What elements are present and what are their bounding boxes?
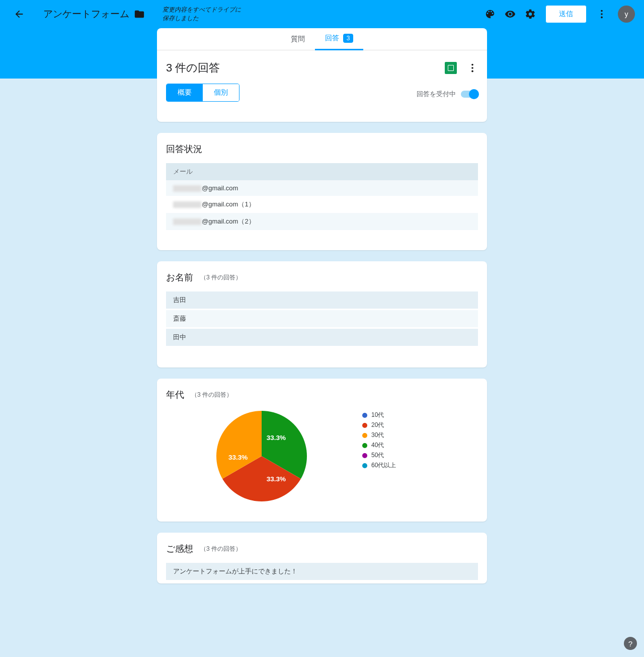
app-header: アンケートフォーム 変更内容をすべてドライブに 保存しました 送信 y: [0, 0, 644, 28]
status-row-text: @gmail.com（1）: [202, 200, 255, 208]
feedback-row: アンケートフォームが上手にできました！: [166, 563, 478, 580]
legend-item: 20代: [362, 421, 396, 429]
age-pie-chart: 33.3% 33.3% 33.3%: [216, 411, 307, 501]
palette-icon[interactable]: [485, 9, 496, 20]
back-icon[interactable]: [14, 9, 25, 20]
feedback-card: ご感想 （3 件の回答） アンケートフォームが上手にできました！: [157, 533, 487, 583]
svg-point-4: [471, 67, 473, 69]
response-status-card: 回答状況 メール @gmail.com @gmail.com（1） @gmail…: [157, 133, 487, 250]
view-segmented: 概要 個別: [166, 84, 239, 102]
more-header-icon[interactable]: [596, 9, 607, 20]
svg-point-1: [601, 13, 603, 15]
name-sub: （3 件の回答）: [200, 273, 242, 282]
feedback-sub: （3 件の回答）: [200, 545, 242, 553]
pie-label-20s: 33.3%: [267, 475, 286, 483]
tab-questions[interactable]: 質問: [281, 28, 315, 50]
legend-label: 40代: [371, 441, 384, 450]
status-row-text: @gmail.com（2）: [202, 217, 255, 225]
avatar-letter: y: [625, 10, 628, 18]
age-card: 年代 （3 件の回答） 33.3% 33.3% 33.3% 10代 20代 30…: [157, 379, 487, 522]
svg-point-5: [471, 70, 473, 72]
responses-header-card: 3 件の回答 概要 個別 回答を受付中: [157, 50, 487, 122]
status-row: @gmail.com: [166, 180, 478, 196]
name-row: 田中: [166, 329, 478, 346]
name-heading: お名前: [166, 271, 193, 283]
responses-more-icon[interactable]: [467, 62, 478, 74]
svg-point-2: [601, 17, 603, 19]
svg-point-3: [471, 64, 473, 66]
status-row: @gmail.com（2）: [166, 213, 478, 230]
tab-responses[interactable]: 回答 3: [315, 28, 364, 50]
view-summary-button[interactable]: 概要: [167, 84, 203, 101]
responses-title: 3 件の回答: [166, 60, 445, 76]
save-status-l2: 保存しました: [163, 15, 199, 22]
feedback-heading: ご感想: [166, 543, 193, 555]
legend-item: 40代: [362, 441, 396, 450]
view-individual-button[interactable]: 個別: [203, 84, 239, 101]
name-row: 吉田: [166, 291, 478, 309]
save-status: 変更内容をすべてドライブに 保存しました: [163, 6, 241, 23]
status-row-text: @gmail.com: [202, 184, 238, 192]
name-row: 斎藤: [166, 310, 478, 327]
legend-item: 50代: [362, 451, 396, 460]
accepting-toggle[interactable]: [461, 91, 478, 98]
legend-label: 30代: [371, 431, 384, 440]
status-col-email: メール: [166, 163, 478, 180]
legend-item: 60代以上: [362, 461, 396, 470]
legend-item: 10代: [362, 411, 396, 419]
form-tabs: 質問 回答 3: [157, 28, 487, 50]
legend-label: 60代以上: [371, 461, 396, 470]
svg-point-0: [601, 10, 603, 12]
account-avatar[interactable]: y: [618, 6, 635, 23]
legend-label: 20代: [371, 421, 384, 429]
form-title[interactable]: アンケートフォーム: [43, 8, 129, 21]
status-row: @gmail.com（1）: [166, 196, 478, 213]
tab-responses-label: 回答: [325, 34, 339, 43]
age-sub: （3 件の回答）: [191, 391, 232, 399]
pie-label-30s: 33.3%: [228, 454, 248, 461]
tab-questions-label: 質問: [291, 35, 305, 44]
status-heading: 回答状況: [166, 143, 478, 155]
legend-label: 10代: [371, 411, 384, 419]
settings-icon[interactable]: [525, 9, 536, 20]
accepting-label: 回答を受付中: [417, 90, 456, 99]
responses-count-badge: 3: [343, 34, 354, 43]
save-status-l1: 変更内容をすべてドライブに: [163, 6, 241, 13]
folder-icon[interactable]: [134, 9, 145, 20]
age-heading: 年代: [166, 389, 184, 401]
legend-label: 50代: [371, 451, 384, 460]
legend-item: 30代: [362, 431, 396, 440]
pie-label-40s: 33.3%: [267, 434, 286, 442]
age-legend: 10代 20代 30代 40代 50代 60代以上: [362, 411, 396, 471]
send-button[interactable]: 送信: [545, 5, 587, 23]
name-card: お名前 （3 件の回答） 吉田 斎藤 田中: [157, 261, 487, 368]
preview-icon[interactable]: [505, 9, 516, 20]
create-spreadsheet-icon[interactable]: [445, 62, 457, 74]
